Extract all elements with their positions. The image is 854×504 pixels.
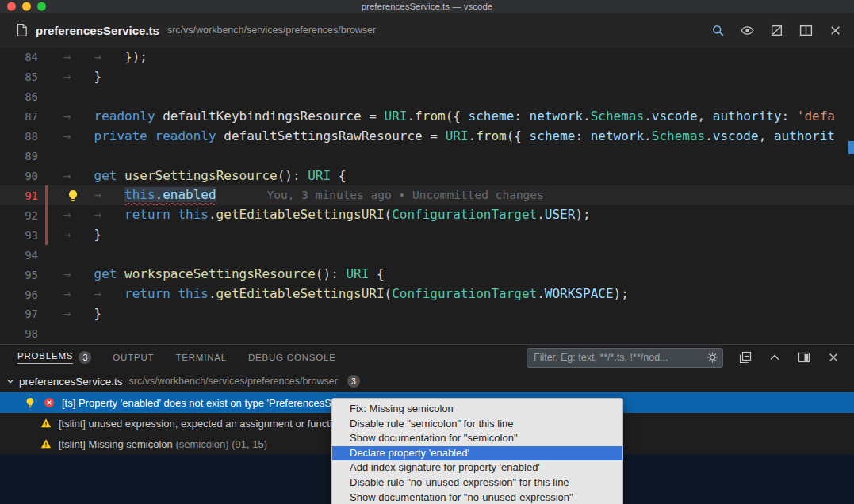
panel-actions <box>737 349 841 365</box>
code-line[interactable]: 90→get userSettingsResource(): URI { <box>0 166 854 186</box>
line-gutter[interactable]: 95 <box>0 268 63 282</box>
code-token: ConfigurationTarget <box>392 207 537 222</box>
code-token: from <box>415 109 446 124</box>
close-icon[interactable] <box>827 22 843 38</box>
code-token: = <box>362 109 385 124</box>
lightbulb-icon[interactable] <box>67 189 79 202</box>
menu-item[interactable]: Declare property 'enabled' <box>332 446 622 461</box>
code-line[interactable]: 97→} <box>0 304 854 324</box>
line-gutter[interactable]: 93 <box>0 228 63 242</box>
panel-tab-problems[interactable]: PROBLEMS3 <box>17 351 91 364</box>
code-token: network <box>530 109 583 124</box>
code-token: vscode <box>652 109 698 124</box>
gear-icon[interactable] <box>707 352 718 364</box>
code-token: return <box>124 286 178 301</box>
line-gutter[interactable]: 97 <box>0 307 63 321</box>
code-text: →} <box>63 225 101 245</box>
line-gutter[interactable]: 92 <box>0 208 63 223</box>
code-line[interactable]: 85→} <box>0 67 854 87</box>
line-gutter[interactable]: 87 <box>0 109 63 124</box>
panel-tab-output[interactable]: OUTPUT <box>113 353 154 362</box>
line-gutter[interactable]: 85 <box>0 70 63 84</box>
menu-item[interactable]: Disable rule "no-unused-expression" for … <box>332 475 622 491</box>
menu-item[interactable]: Disable rule "semicolon" for this line <box>332 417 622 432</box>
line-gutter[interactable]: 84 <box>0 50 63 64</box>
zoom-window-button[interactable] <box>37 2 46 11</box>
code-token: ( <box>385 207 393 222</box>
minimize-window-button[interactable] <box>22 2 31 11</box>
traffic-lights <box>7 2 46 11</box>
code-token: userSettingsResource <box>124 168 278 183</box>
code-token: this <box>178 207 209 222</box>
code-line[interactable]: 91→this.enabledYou, 3 minutes ago • Unco… <box>0 185 854 205</box>
lightbulb-icon[interactable] <box>24 396 36 409</box>
code-line[interactable]: 88→private readonly defaultSettingsRawRe… <box>0 127 854 147</box>
line-gutter[interactable]: 89 <box>0 149 63 163</box>
problem-source-position: (semicolon) (91, 15) <box>173 438 267 450</box>
code-token: enabled <box>163 187 216 202</box>
code-text: →} <box>63 304 101 324</box>
problems-count-badge: 3 <box>79 351 91 364</box>
code-token: WORKSPACE <box>545 286 614 301</box>
panel-tab-terminal[interactable]: TERMINAL <box>175 353 227 362</box>
code-token: URI <box>308 168 331 183</box>
close-icon[interactable] <box>825 349 841 365</box>
close-window-button[interactable] <box>7 2 16 11</box>
code-line[interactable]: 86 <box>0 87 854 107</box>
tab-whitespace-icon: → <box>94 205 125 225</box>
code-line[interactable]: 94 <box>0 245 854 265</box>
code-line[interactable]: 89 <box>0 147 854 166</box>
code-token: get <box>94 266 125 281</box>
menu-item[interactable]: Fix: Missing semicolon <box>332 402 622 417</box>
window-title: preferencesService.ts — vscode <box>362 2 493 11</box>
code-editor[interactable]: 84→→});85→}8687→readonly defaultKeybindi… <box>0 48 854 344</box>
code-line[interactable]: 92→→return this.getEditableSettingsURI(C… <box>0 205 854 225</box>
line-gutter[interactable]: 98 <box>0 326 63 341</box>
editor-filename: preferencesService.ts <box>36 24 159 37</box>
code-token: ({ <box>507 128 530 143</box>
tab-whitespace-icon: → <box>63 127 94 147</box>
code-line[interactable]: 96→→return this.getEditableSettingsURI(C… <box>0 284 854 304</box>
tab-whitespace-icon: → <box>63 225 94 245</box>
filter-input[interactable] <box>527 348 723 368</box>
split-editor-icon[interactable] <box>798 22 814 38</box>
menu-item[interactable]: Show documentation for "no-unused-expres… <box>332 491 622 504</box>
maximize-panel-icon[interactable] <box>767 349 783 365</box>
panel-tab-label: DEBUG CONSOLE <box>248 353 336 362</box>
code-line[interactable]: 93→} <box>0 225 854 245</box>
code-token: Schemas <box>591 109 644 124</box>
line-gutter[interactable]: 94 <box>0 248 63 262</box>
code-token: readonly <box>94 109 163 124</box>
code-line[interactable]: 84→→}); <box>0 48 854 67</box>
collapse-all-icon[interactable] <box>737 349 753 365</box>
line-gutter[interactable]: 96 <box>0 288 63 302</box>
tab-whitespace-icon: → <box>94 185 125 205</box>
open-changes-icon[interactable] <box>768 22 784 38</box>
code-token: from <box>476 128 507 143</box>
code-text: →readonly defaultKeybindingsResource = U… <box>63 107 835 127</box>
line-gutter[interactable]: 90 <box>0 169 63 183</box>
panel-tab-label: TERMINAL <box>175 353 227 362</box>
menu-item[interactable]: Show documentation for "semicolon" <box>332 431 622 446</box>
line-gutter[interactable]: 86 <box>0 90 63 104</box>
code-token: } <box>94 227 102 242</box>
menu-item[interactable]: Add index signature for property 'enable… <box>332 460 622 475</box>
chevron-down-icon[interactable] <box>5 376 16 387</box>
line-gutter[interactable]: 91 <box>0 189 63 203</box>
code-token: }); <box>124 49 147 64</box>
line-number: 85 <box>0 71 38 83</box>
line-gutter[interactable]: 88 <box>0 129 63 143</box>
code-line[interactable]: 98 <box>0 324 854 344</box>
code-line[interactable]: 95→get workspaceSettingsResource(): URI … <box>0 265 854 284</box>
panel-tab-label: OUTPUT <box>113 353 154 362</box>
panel-layout-icon[interactable] <box>796 349 812 365</box>
problems-file-group[interactable]: preferencesService.ts src/vs/workbench/s… <box>0 370 854 392</box>
line-number: 89 <box>0 150 38 162</box>
line-number: 98 <box>0 327 38 340</box>
code-token: } <box>94 69 102 84</box>
code-token: (): <box>278 168 308 183</box>
code-line[interactable]: 87→readonly defaultKeybindingsResource =… <box>0 107 854 127</box>
eye-icon[interactable] <box>739 22 755 38</box>
panel-tab-debug-console[interactable]: DEBUG CONSOLE <box>248 353 336 362</box>
search-icon[interactable] <box>710 22 726 38</box>
